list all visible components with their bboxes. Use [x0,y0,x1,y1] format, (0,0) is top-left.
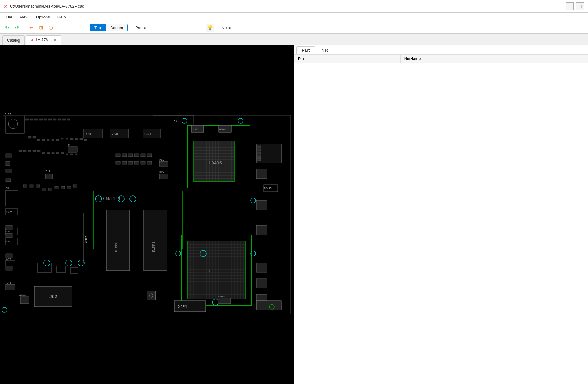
svg-text:PL1: PL1 [159,159,164,161]
svg-rect-212 [36,185,40,187]
title-bar: ✕ C:\Users\macmini\Desktop\LA-7782P.cad … [0,0,588,13]
svg-rect-163 [75,138,78,140]
svg-rect-158 [52,139,54,141]
svg-text:PL5: PL5 [159,171,164,174]
menu-view[interactable]: View [17,14,32,20]
file-tab-close[interactable]: ✕ [53,38,57,42]
nets-select[interactable] [233,24,342,32]
svg-text:CN25: CN25 [6,211,12,214]
light-icon: 💡 [207,25,213,31]
grid-button[interactable]: ⊞ [37,23,45,32]
arrow-left-button[interactable]: ← [61,23,69,32]
svg-rect-165 [84,139,87,141]
svg-rect-213 [42,188,46,190]
svg-rect-178 [75,154,77,155]
menu-file[interactable]: File [2,14,15,20]
svg-rect-197 [141,161,145,164]
refresh-icon: ↻ [5,24,9,31]
svg-text:U: U [208,269,210,273]
separator-3 [82,24,82,32]
svg-rect-201 [257,149,261,151]
svg-rect-98 [6,161,10,166]
svg-rect-204 [257,158,261,161]
svg-rect-191 [141,154,145,157]
menu-help[interactable]: Help [54,14,69,20]
parts-label: Parts: [135,25,146,30]
svg-rect-123 [256,225,267,235]
refresh2-icon: ↺ [15,24,19,31]
svg-rect-125 [256,279,267,288]
select-icon: ⬡ [49,25,53,31]
svg-rect-177 [70,154,73,155]
svg-rect-102 [6,233,12,238]
view-toggle: Top Bottom [90,24,128,31]
svg-rect-173 [52,152,54,154]
arrow-right-button[interactable]: → [71,23,79,32]
menu-bar: File View Options Help [0,13,588,22]
svg-rect-159 [56,139,59,141]
back-component-button[interactable]: ⬅ [27,23,35,32]
svg-rect-117 [159,161,168,166]
app-icon: ✕ [4,4,7,9]
select-button[interactable]: ⬡ [47,23,55,32]
net-tab[interactable]: Net [316,46,333,54]
svg-rect-188 [122,154,127,157]
svg-rect-156 [42,139,45,141]
maximize-button[interactable]: □ [576,2,584,10]
svg-text:XDP2: XDP2 [85,236,88,244]
svg-rect-168 [28,150,31,152]
svg-rect-185 [218,298,231,304]
grid-icon: ⊞ [39,25,43,31]
svg-rect-155 [37,139,40,141]
svg-rect-190 [134,154,139,157]
minimize-button[interactable]: — [566,2,574,10]
svg-rect-150 [58,119,61,120]
right-panel-tabs: Part Net [294,45,588,54]
svg-rect-113 [68,147,77,152]
part-table: Pin NetName [294,54,588,63]
pcb-area[interactable]: U9406 [0,45,294,384]
svg-rect-187 [116,154,120,157]
svg-rect-218 [73,185,77,187]
top-view-button[interactable]: Top [90,24,106,31]
svg-rect-31 [187,241,245,299]
parts-filter: Parts: 💡 [135,24,214,32]
refresh-button[interactable]: ↻ [2,23,11,32]
svg-rect-192 [147,154,152,157]
file-tab-label: LA-778... [36,38,51,42]
svg-rect-149 [53,119,56,120]
svg-rect-145 [34,119,38,120]
svg-rect-151 [62,119,66,120]
catalog-tab[interactable]: Catalog [2,35,25,45]
svg-rect-97 [6,154,11,158]
svg-rect-154 [33,136,36,138]
svg-text:L8335: L8335 [218,296,225,298]
refresh2-button[interactable]: ↺ [12,23,21,32]
parts-light-button[interactable]: 💡 [206,24,214,32]
nets-label: Nets: [222,25,231,30]
svg-rect-217 [67,186,71,189]
separator-1 [24,24,24,32]
back-component-icon: ⬅ [29,25,33,31]
svg-rect-176 [66,154,68,155]
catalog-tab-label: Catalog [7,38,20,43]
svg-text:U2290: U2290 [19,294,26,297]
file-tab[interactable]: ✕ LA-778... ✕ [26,35,61,45]
tab-bar: Catalog ✕ LA-778... ✕ [0,34,588,45]
parts-select[interactable] [148,24,204,32]
part-tab[interactable]: Part [296,46,315,54]
svg-rect-127 [256,301,281,310]
arrow-left-icon: ← [62,25,67,31]
toolbar: ↻ ↺ ⬅ ⊞ ⬡ ← → Top Bottom Parts: 💡 Nets: [0,22,588,34]
svg-text:CN26: CN26 [112,132,119,135]
netname-header: NetName [401,55,588,63]
bottom-view-button[interactable]: Bottom [106,24,128,31]
svg-rect-124 [256,263,267,272]
menu-options[interactable]: Options [33,14,53,20]
svg-rect-200 [257,146,261,148]
svg-rect-146 [39,119,43,120]
svg-rect-169 [33,150,36,152]
svg-rect-203 [257,155,261,158]
svg-rect-189 [128,154,133,157]
svg-rect-121 [256,169,267,179]
